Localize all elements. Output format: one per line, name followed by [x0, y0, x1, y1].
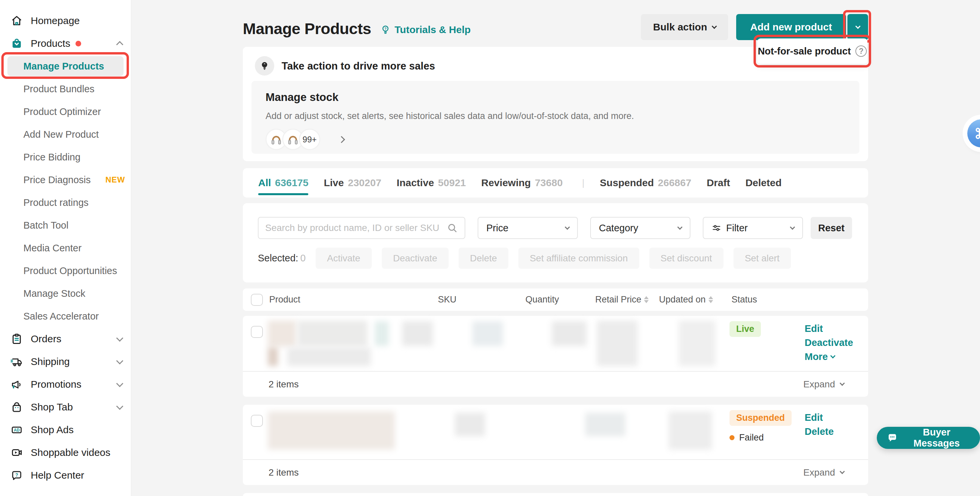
sidebar-item-label: Manage Products	[23, 61, 104, 72]
more-link[interactable]: More	[805, 351, 853, 362]
home-icon	[10, 14, 23, 27]
bulk-selection-bar: Selected:0 Activate Deactivate Delete Se…	[258, 248, 791, 269]
buyer-messages-button[interactable]: Buyer Messages	[877, 427, 980, 449]
manage-stock-card[interactable]: Manage stock Add or adjust stock, set al…	[251, 81, 859, 154]
row-actions: Edit Deactivate More	[805, 323, 853, 362]
tab-count: 230207	[348, 177, 381, 188]
clipboard-icon	[10, 332, 23, 346]
category-dropdown[interactable]: Category	[590, 217, 690, 239]
set-alert-button[interactable]: Set alert	[733, 248, 791, 269]
activate-button[interactable]: Activate	[316, 248, 372, 269]
sidebar-item-label: Media Center	[23, 242, 81, 254]
sidebar-item-product-opportunities[interactable]: Product Opportunities	[0, 259, 131, 282]
products-bag-icon	[10, 37, 23, 50]
sidebar-item-product-optimizer[interactable]: Product Optimizer	[0, 100, 131, 123]
column-sku: SKU	[438, 289, 457, 311]
sidebar-item-manage-products[interactable]: Manage Products	[7, 56, 124, 76]
sidebar-item-homepage[interactable]: Homepage	[0, 10, 131, 32]
sidebar-item-help-center[interactable]: ? Help Center	[0, 464, 131, 486]
question-circle-icon[interactable]: ?	[856, 45, 867, 57]
status-cell: Live	[730, 321, 761, 337]
chat-bubble-icon	[887, 432, 898, 444]
filter-dropdown-label: Filter	[726, 223, 748, 234]
price-dropdown[interactable]: Price	[478, 217, 578, 239]
sidebar-item-manage-stock[interactable]: Manage Stock	[0, 282, 131, 305]
tab-deleted[interactable]: Deleted	[746, 177, 781, 188]
sidebar-item-batch-tool[interactable]: Batch Tool	[0, 214, 131, 237]
tab-suspended[interactable]: Suspended 266867	[600, 177, 691, 188]
tab-label: Inactive	[397, 177, 434, 188]
edit-link[interactable]: Edit	[805, 412, 834, 423]
filter-dropdown[interactable]: Filter	[703, 217, 803, 239]
sidebar-item-price-diagnosis[interactable]: Price Diagnosis NEW	[0, 169, 131, 191]
failed-dot-icon	[730, 435, 735, 440]
help-bubble-icon: ?	[10, 469, 23, 482]
reset-button[interactable]: Reset	[811, 217, 852, 239]
arrow-right-icon[interactable]	[338, 136, 345, 143]
row-actions: Edit Delete	[805, 412, 834, 437]
sidebar-item-add-new-product[interactable]: Add New Product	[0, 123, 131, 146]
tab-inactive[interactable]: Inactive 50921	[397, 177, 466, 188]
set-affiliate-commission-button[interactable]: Set affiliate commission	[519, 248, 639, 269]
sidebar-item-label: Price Bidding	[23, 152, 81, 163]
column-status: Status	[732, 289, 757, 311]
sidebar-item-shipping[interactable]: Shipping	[0, 350, 131, 373]
deactivate-button[interactable]: Deactivate	[382, 248, 449, 269]
delete-button[interactable]: Delete	[458, 248, 508, 269]
substatus-failed: Failed	[730, 432, 792, 443]
chevron-down-icon	[116, 403, 123, 410]
sidebar-item-label: Help Center	[31, 470, 84, 481]
items-count: 2 items	[269, 379, 299, 390]
sidebar-item-media-center[interactable]: Media Center	[0, 237, 131, 259]
tab-reviewing[interactable]: Reviewing 73680	[481, 177, 563, 188]
sidebar-item-sales-accelerator[interactable]: Sales Accelerator	[0, 305, 131, 327]
sidebar-item-product-bundles[interactable]: Product Bundles	[0, 78, 131, 100]
sidebar-item-promotions[interactable]: Promotions	[0, 373, 131, 396]
sidebar-item-shop-ads[interactable]: AD Shop Ads	[0, 418, 131, 441]
expand-link[interactable]: Expand	[803, 467, 844, 478]
notification-dot	[75, 41, 81, 46]
sidebar-item-products[interactable]: Products	[0, 32, 131, 55]
sidebar-item-label: Promotions	[31, 379, 81, 390]
tab-all[interactable]: All 636175	[258, 177, 308, 188]
column-quantity: Quantity	[525, 289, 559, 311]
column-retail-price: Retail Price	[595, 289, 649, 311]
page-title: Manage Products	[243, 19, 371, 38]
tab-label: All	[258, 177, 271, 188]
sidebar-item-price-bidding[interactable]: Price Bidding	[0, 146, 131, 169]
command-widget[interactable]	[967, 119, 980, 147]
tab-draft[interactable]: Draft	[707, 177, 730, 188]
search-icon[interactable]	[447, 222, 458, 234]
sidebar-item-label: Batch Tool	[23, 220, 68, 231]
sidebar-item-label: Shoppable videos	[31, 447, 111, 458]
row-checkbox[interactable]	[251, 326, 263, 338]
expand-link[interactable]: Expand	[803, 379, 844, 390]
sidebar-item-product-ratings[interactable]: Product ratings	[0, 191, 131, 214]
tab-count: 73680	[535, 177, 563, 188]
sort-retail-price[interactable]	[644, 296, 649, 303]
sort-updated-on[interactable]	[708, 296, 713, 303]
sidebar-item-orders[interactable]: Orders	[0, 327, 131, 350]
chevron-down-icon	[790, 224, 795, 230]
delete-link[interactable]: Delete	[805, 426, 834, 437]
sidebar-item-shop-tab[interactable]: Shop Tab	[0, 396, 131, 418]
tab-label: Reviewing	[481, 177, 531, 188]
bulk-action-button[interactable]: Bulk action	[641, 14, 728, 40]
select-all-checkbox[interactable]	[251, 294, 263, 306]
set-discount-button[interactable]: Set discount	[649, 248, 724, 269]
deactivate-link[interactable]: Deactivate	[805, 337, 853, 348]
chevron-up-icon	[116, 41, 123, 48]
sidebar-item-shoppable-videos[interactable]: Shoppable videos	[0, 441, 131, 464]
chevron-down-icon	[116, 380, 123, 387]
edit-link[interactable]: Edit	[805, 323, 853, 334]
column-product: Product	[269, 289, 300, 311]
not-for-sale-menu-item[interactable]: Not-for-sale product ?	[757, 38, 867, 64]
banner-heading: Take action to drive more sales	[282, 60, 435, 72]
row-checkbox[interactable]	[251, 415, 263, 427]
sidebar-item-label: Product Optimizer	[23, 106, 101, 117]
tab-live[interactable]: Live 230207	[324, 177, 381, 188]
tutorials-help-link[interactable]: ? Tutorials & Help	[380, 24, 471, 35]
sidebar-item-label: Add New Product	[23, 129, 99, 140]
tab-label: Suspended	[600, 177, 654, 188]
search-input[interactable]	[265, 223, 447, 233]
